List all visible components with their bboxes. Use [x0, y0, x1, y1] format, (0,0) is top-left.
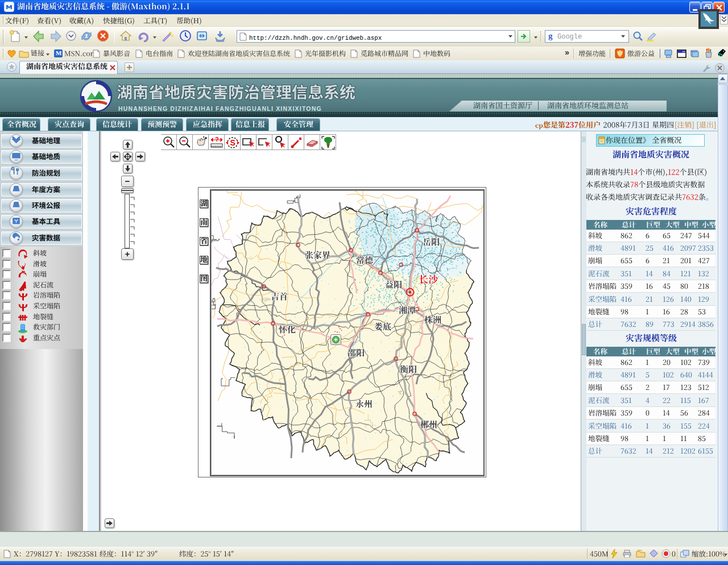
svg-text:?: ?: [215, 136, 219, 143]
svg-text:S: S: [230, 138, 235, 147]
